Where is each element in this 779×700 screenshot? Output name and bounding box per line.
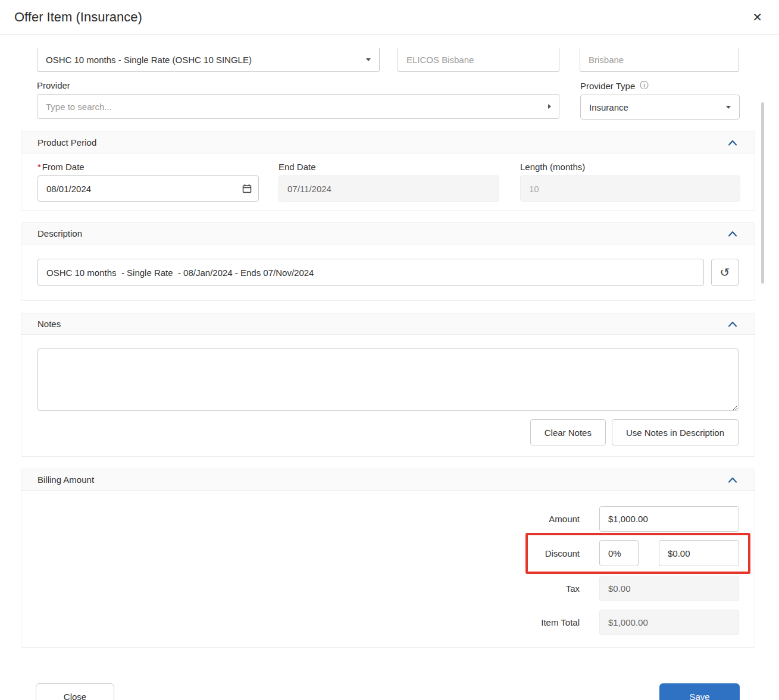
offer-item-modal: Offer Item (Insurance) ✕ OSHC 10 months … [0,0,779,700]
provider-type-select[interactable]: Insurance [580,95,740,120]
description-header: Description [21,223,755,244]
scrollbar[interactable] [761,102,764,284]
product-period-title: Product Period [37,137,96,147]
save-button[interactable]: Save [659,683,740,700]
provider-type-value: Insurance [589,102,628,112]
info-icon[interactable]: ⓘ [640,80,648,91]
description-title: Description [37,228,82,238]
campus-field-value: Brisbane [589,55,624,65]
course-field: ELICOS Bisbane [398,48,559,72]
close-button[interactable]: Close [36,683,114,700]
description-content: ↺ [21,244,755,300]
amount-label: Amount [549,514,580,524]
top-field-row: OSHC 10 months - Single Rate (OSHC 10 SI… [37,48,740,72]
billing-content: Amount Discount Tax Item Total [21,491,755,647]
billing-title: Billing Amount [37,475,94,485]
amount-input[interactable] [599,506,739,532]
provider-search-input[interactable] [37,94,559,119]
description-input[interactable] [37,259,704,286]
provider-label: Provider [37,80,559,90]
tax-input [599,576,739,601]
modal-header: Offer Item (Insurance) ✕ [0,0,779,35]
section-billing-amount: Billing Amount Amount Discount Tax [21,469,755,648]
discount-label: Discount [545,548,580,558]
clear-notes-button[interactable]: Clear Notes [530,419,606,445]
modal-body: OSHC 10 months - Single Rate (OSHC 10 SI… [0,35,779,700]
product-period-header: Product Period [21,132,755,153]
product-select[interactable]: OSHC 10 months - Single Rate (OSHC 10 SI… [37,48,380,72]
modal-footer: Close Save [21,683,755,700]
notes-textarea[interactable] [37,349,739,411]
discount-amount-input[interactable] [659,540,739,566]
length-months-label: Length (months) [520,162,740,172]
calendar-icon[interactable] [242,184,252,196]
use-notes-in-description-button[interactable]: Use Notes in Description [612,419,739,445]
end-date-input [279,175,499,202]
end-date-label: End Date [279,162,499,172]
amount-row: Amount [21,506,755,532]
provider-type-label: Provider Type ⓘ [580,80,740,91]
length-months-input [520,175,740,202]
collapse-chevron-icon[interactable] [727,139,739,147]
notes-buttons: Clear Notes Use Notes in Description [37,419,739,445]
collapse-chevron-icon[interactable] [727,476,739,484]
product-select-value: OSHC 10 months - Single Rate (OSHC 10 SI… [46,55,252,65]
notes-content: Clear Notes Use Notes in Description [21,335,755,456]
course-field-value: ELICOS Bisbane [406,55,474,65]
from-date-input[interactable] [37,175,259,202]
discount-percent-input[interactable] [599,540,639,566]
provider-row: Provider Provider Type ⓘ Insurance [37,80,740,120]
discount-row: Discount [21,540,755,566]
chevron-down-icon [366,58,371,61]
collapse-chevron-icon[interactable] [727,230,739,238]
campus-field: Brisbane [580,48,739,72]
item-total-input [599,610,739,635]
tax-label: Tax [566,583,580,594]
restore-description-icon[interactable]: ↺ [711,259,739,286]
tax-row: Tax [21,576,755,601]
billing-header: Billing Amount [21,469,755,491]
chevron-down-icon [726,106,731,109]
product-period-content: * From Date End Date Length (month [21,153,755,210]
chevron-right-icon[interactable] [548,104,551,109]
from-date-label: * From Date [37,162,259,172]
section-product-period: Product Period * From Date [21,131,755,211]
close-icon[interactable]: ✕ [752,11,762,23]
collapse-chevron-icon[interactable] [727,320,739,328]
section-description: Description ↺ [21,222,755,301]
notes-title: Notes [37,319,61,329]
item-total-row: Item Total [21,610,755,635]
notes-header: Notes [21,313,755,335]
item-total-label: Item Total [541,617,580,627]
page-title: Offer Item (Insurance) [14,10,142,25]
section-notes: Notes Clear Notes Use Notes in Descripti… [21,313,755,457]
required-asterisk: * [37,162,41,172]
